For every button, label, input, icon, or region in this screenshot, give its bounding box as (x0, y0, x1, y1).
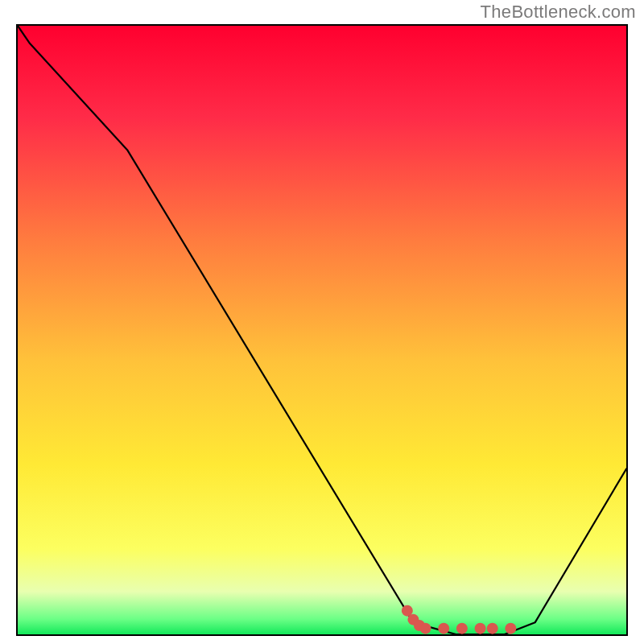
marker-dot (438, 623, 449, 634)
bottleneck-curve (18, 26, 626, 634)
attribution-text: TheBottleneck.com (481, 2, 636, 23)
marker-dot (487, 623, 498, 634)
chart-overlay (18, 26, 626, 634)
marker-group (402, 605, 517, 634)
marker-dot (456, 623, 468, 634)
chart-stage: TheBottleneck.com (0, 0, 644, 644)
chart-area (16, 24, 628, 636)
marker-dot (475, 623, 486, 634)
marker-dot (420, 623, 431, 634)
marker-dot (505, 623, 516, 634)
